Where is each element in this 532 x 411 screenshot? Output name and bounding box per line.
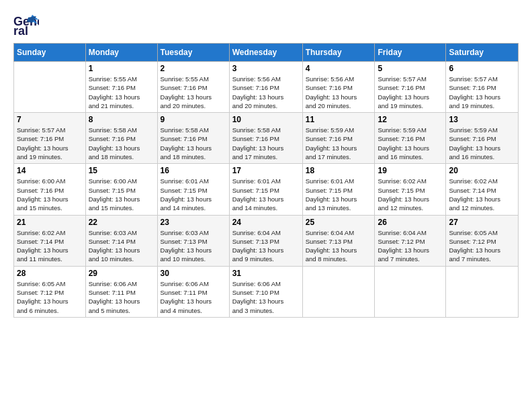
week-row-1: 1Sunrise: 5:55 AM Sunset: 7:16 PM Daylig…	[14, 62, 519, 113]
day-info: Sunrise: 6:04 AM Sunset: 7:12 PM Dayligh…	[378, 228, 443, 264]
weekday-header-thursday: Thursday	[302, 44, 375, 62]
day-number: 3	[232, 64, 300, 73]
logo: Gene ral	[13, 13, 43, 36]
calendar-cell	[375, 266, 446, 317]
calendar-cell	[302, 266, 375, 317]
day-number: 20	[449, 166, 515, 175]
calendar-cell: 26Sunrise: 6:04 AM Sunset: 7:12 PM Dayli…	[375, 215, 446, 266]
day-number: 25	[306, 218, 372, 227]
day-info: Sunrise: 6:04 AM Sunset: 7:13 PM Dayligh…	[306, 228, 372, 264]
day-info: Sunrise: 5:58 AM Sunset: 7:16 PM Dayligh…	[161, 126, 226, 161]
day-number: 7	[17, 115, 83, 124]
day-number: 14	[17, 166, 83, 175]
day-info: Sunrise: 5:58 AM Sunset: 7:16 PM Dayligh…	[232, 126, 300, 161]
calendar-cell: 6Sunrise: 5:57 AM Sunset: 7:16 PM Daylig…	[446, 62, 519, 113]
calendar-table: SundayMondayTuesdayWednesdayThursdayFrid…	[13, 43, 519, 318]
weekday-header-monday: Monday	[85, 44, 157, 62]
day-number: 12	[378, 115, 443, 124]
day-info: Sunrise: 6:05 AM Sunset: 7:12 PM Dayligh…	[449, 228, 515, 264]
week-row-4: 21Sunrise: 6:02 AM Sunset: 7:14 PM Dayli…	[14, 215, 519, 266]
calendar-cell: 7Sunrise: 5:57 AM Sunset: 7:16 PM Daylig…	[14, 113, 86, 164]
day-info: Sunrise: 5:55 AM Sunset: 7:16 PM Dayligh…	[89, 75, 154, 110]
week-row-2: 7Sunrise: 5:57 AM Sunset: 7:16 PM Daylig…	[14, 113, 519, 164]
calendar-cell: 22Sunrise: 6:03 AM Sunset: 7:14 PM Dayli…	[85, 215, 157, 266]
weekday-header-sunday: Sunday	[14, 44, 86, 62]
day-info: Sunrise: 5:59 AM Sunset: 7:16 PM Dayligh…	[306, 126, 372, 161]
week-row-3: 14Sunrise: 6:00 AM Sunset: 7:16 PM Dayli…	[14, 164, 519, 215]
day-info: Sunrise: 6:01 AM Sunset: 7:15 PM Dayligh…	[306, 177, 372, 212]
calendar-cell: 16Sunrise: 6:01 AM Sunset: 7:15 PM Dayli…	[157, 164, 229, 215]
day-info: Sunrise: 6:06 AM Sunset: 7:11 PM Dayligh…	[89, 279, 154, 315]
calendar-cell: 30Sunrise: 6:06 AM Sunset: 7:11 PM Dayli…	[157, 266, 229, 317]
day-info: Sunrise: 5:57 AM Sunset: 7:16 PM Dayligh…	[17, 126, 83, 161]
day-number: 24	[232, 218, 300, 227]
day-info: Sunrise: 6:02 AM Sunset: 7:14 PM Dayligh…	[17, 228, 83, 264]
day-number: 11	[306, 115, 372, 124]
calendar-cell: 29Sunrise: 6:06 AM Sunset: 7:11 PM Dayli…	[85, 266, 157, 317]
calendar-cell: 17Sunrise: 6:01 AM Sunset: 7:15 PM Dayli…	[229, 164, 302, 215]
day-number: 22	[89, 218, 154, 227]
calendar-cell: 20Sunrise: 6:02 AM Sunset: 7:14 PM Dayli…	[446, 164, 519, 215]
calendar-cell: 12Sunrise: 5:59 AM Sunset: 7:16 PM Dayli…	[375, 113, 446, 164]
calendar-cell: 25Sunrise: 6:04 AM Sunset: 7:13 PM Dayli…	[302, 215, 375, 266]
calendar-cell: 4Sunrise: 5:56 AM Sunset: 7:16 PM Daylig…	[302, 62, 375, 113]
calendar-cell: 14Sunrise: 6:00 AM Sunset: 7:16 PM Dayli…	[14, 164, 86, 215]
day-number: 26	[378, 218, 443, 227]
calendar-cell: 27Sunrise: 6:05 AM Sunset: 7:12 PM Dayli…	[446, 215, 519, 266]
day-info: Sunrise: 6:01 AM Sunset: 7:15 PM Dayligh…	[232, 177, 300, 212]
day-info: Sunrise: 5:59 AM Sunset: 7:16 PM Dayligh…	[378, 126, 443, 161]
calendar-cell: 2Sunrise: 5:55 AM Sunset: 7:16 PM Daylig…	[157, 62, 229, 113]
day-number: 19	[378, 166, 443, 175]
page-header: Gene ral	[13, 13, 519, 36]
day-info: Sunrise: 5:56 AM Sunset: 7:16 PM Dayligh…	[232, 75, 300, 110]
day-info: Sunrise: 5:59 AM Sunset: 7:16 PM Dayligh…	[449, 126, 515, 161]
calendar-cell: 18Sunrise: 6:01 AM Sunset: 7:15 PM Dayli…	[302, 164, 375, 215]
day-number: 17	[232, 166, 300, 175]
calendar-cell: 15Sunrise: 6:00 AM Sunset: 7:15 PM Dayli…	[85, 164, 157, 215]
day-info: Sunrise: 6:05 AM Sunset: 7:12 PM Dayligh…	[17, 279, 83, 315]
day-number: 21	[17, 218, 83, 227]
day-info: Sunrise: 6:00 AM Sunset: 7:15 PM Dayligh…	[89, 177, 154, 212]
calendar-cell: 1Sunrise: 5:55 AM Sunset: 7:16 PM Daylig…	[85, 62, 157, 113]
day-number: 16	[161, 166, 226, 175]
weekday-header-friday: Friday	[375, 44, 446, 62]
day-info: Sunrise: 5:56 AM Sunset: 7:16 PM Dayligh…	[306, 75, 372, 110]
day-number: 15	[89, 166, 154, 175]
day-number: 4	[306, 64, 372, 73]
day-number: 5	[378, 64, 443, 73]
calendar-cell: 5Sunrise: 5:57 AM Sunset: 7:16 PM Daylig…	[375, 62, 446, 113]
calendar-cell: 10Sunrise: 5:58 AM Sunset: 7:16 PM Dayli…	[229, 113, 302, 164]
day-info: Sunrise: 6:03 AM Sunset: 7:13 PM Dayligh…	[161, 228, 226, 264]
day-info: Sunrise: 6:02 AM Sunset: 7:15 PM Dayligh…	[378, 177, 443, 212]
day-info: Sunrise: 6:06 AM Sunset: 7:11 PM Dayligh…	[161, 279, 226, 315]
calendar-cell: 28Sunrise: 6:05 AM Sunset: 7:12 PM Dayli…	[14, 266, 86, 317]
calendar-cell: 24Sunrise: 6:04 AM Sunset: 7:13 PM Dayli…	[229, 215, 302, 266]
day-number: 31	[232, 269, 300, 278]
weekday-header-wednesday: Wednesday	[229, 44, 302, 62]
day-number: 29	[89, 269, 154, 278]
day-info: Sunrise: 6:01 AM Sunset: 7:15 PM Dayligh…	[161, 177, 226, 212]
day-info: Sunrise: 5:58 AM Sunset: 7:16 PM Dayligh…	[89, 126, 154, 161]
day-number: 8	[89, 115, 154, 124]
day-info: Sunrise: 5:57 AM Sunset: 7:16 PM Dayligh…	[378, 75, 443, 110]
calendar-cell: 21Sunrise: 6:02 AM Sunset: 7:14 PM Dayli…	[14, 215, 86, 266]
day-number: 10	[232, 115, 300, 124]
calendar-cell: 23Sunrise: 6:03 AM Sunset: 7:13 PM Dayli…	[157, 215, 229, 266]
svg-text:ral: ral	[13, 24, 28, 36]
day-number: 13	[449, 115, 515, 124]
calendar-cell: 19Sunrise: 6:02 AM Sunset: 7:15 PM Dayli…	[375, 164, 446, 215]
calendar-cell: 9Sunrise: 5:58 AM Sunset: 7:16 PM Daylig…	[157, 113, 229, 164]
calendar-cell	[446, 266, 519, 317]
day-number: 18	[306, 166, 372, 175]
day-number: 23	[161, 218, 226, 227]
calendar-cell: 11Sunrise: 5:59 AM Sunset: 7:16 PM Dayli…	[302, 113, 375, 164]
day-info: Sunrise: 6:03 AM Sunset: 7:14 PM Dayligh…	[89, 228, 154, 264]
day-info: Sunrise: 6:06 AM Sunset: 7:10 PM Dayligh…	[232, 279, 300, 315]
calendar-cell: 13Sunrise: 5:59 AM Sunset: 7:16 PM Dayli…	[446, 113, 519, 164]
day-number: 1	[89, 64, 154, 73]
day-number: 9	[161, 115, 226, 124]
calendar-cell: 8Sunrise: 5:58 AM Sunset: 7:16 PM Daylig…	[85, 113, 157, 164]
day-info: Sunrise: 6:00 AM Sunset: 7:16 PM Dayligh…	[17, 177, 83, 212]
day-info: Sunrise: 5:57 AM Sunset: 7:16 PM Dayligh…	[449, 75, 515, 110]
day-info: Sunrise: 6:04 AM Sunset: 7:13 PM Dayligh…	[232, 228, 300, 264]
